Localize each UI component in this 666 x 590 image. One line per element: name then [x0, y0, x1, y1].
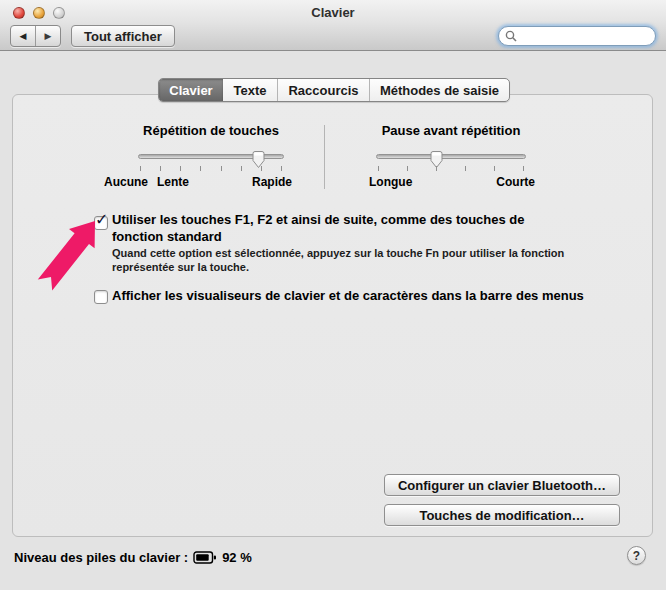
delay-title: Pause avant répétition	[371, 123, 531, 138]
key-repeat-label-lente: Lente	[157, 175, 189, 189]
search-input[interactable]	[521, 28, 645, 44]
tick-mark	[494, 166, 495, 171]
toolbar: ◀ ▶ Tout afficher	[0, 22, 666, 50]
tab-methodes-de-saisie[interactable]: Méthodes de saisie	[369, 79, 509, 101]
viewers-label[interactable]: Afficher les visualiseurs de clavier et …	[112, 287, 584, 304]
key-repeat-title: Répétition de touches	[131, 123, 291, 138]
delay-label-longue: Longue	[369, 175, 412, 189]
tick-mark	[241, 166, 242, 171]
modifier-keys-button[interactable]: Touches de modification…	[384, 504, 620, 526]
battery-status: Niveau des piles du clavier : 92 %	[14, 550, 252, 565]
fn-keys-help-text: Quand cette option est sélectionnée, app…	[112, 246, 592, 274]
search-icon	[505, 30, 517, 42]
battery-percent: 92 %	[222, 550, 252, 565]
tick-mark	[180, 166, 181, 171]
tick-mark	[261, 166, 262, 171]
configure-bluetooth-keyboard-button[interactable]: Configurer un clavier Bluetooth…	[384, 474, 620, 496]
tick-mark	[160, 166, 161, 171]
keyboard-pane: Répétition de touches Aucune Lente Rapid…	[12, 94, 653, 537]
battery-icon	[193, 551, 217, 564]
back-button[interactable]: ◀	[11, 26, 36, 46]
tick-mark	[221, 166, 222, 171]
question-mark-icon: ?	[633, 549, 640, 563]
tick-mark	[465, 166, 466, 171]
window-title: Clavier	[0, 5, 666, 20]
tick-mark	[140, 166, 141, 171]
footer: Niveau des piles du clavier : 92 % ?	[0, 544, 666, 590]
fn-keys-label[interactable]: Utiliser les touches F1, F2 et ainsi de …	[112, 211, 547, 245]
key-repeat-label-rapide: Rapide	[252, 175, 292, 189]
delay-ticks	[378, 166, 524, 171]
help-button[interactable]: ?	[627, 546, 646, 565]
delay-slider[interactable]	[376, 154, 526, 159]
slider-divider	[324, 125, 325, 189]
key-repeat-label-aucune: Aucune	[104, 175, 148, 189]
delay-label-courte: Courte	[496, 175, 535, 189]
tick-mark	[281, 166, 282, 171]
tab-bar: Clavier Texte Raccourcis Méthodes de sai…	[158, 78, 510, 102]
annotation-arrow	[33, 215, 103, 295]
tab-clavier[interactable]: Clavier	[159, 79, 223, 101]
tick-mark	[200, 166, 201, 171]
delay-labels: Longue Courte	[369, 175, 535, 189]
back-icon: ◀	[20, 31, 27, 41]
tick-mark	[523, 166, 524, 171]
window-chrome: Clavier ◀ ▶ Tout afficher	[0, 0, 666, 51]
key-repeat-slider[interactable]	[138, 154, 284, 159]
titlebar: Clavier	[0, 0, 666, 22]
search-field[interactable]	[498, 26, 656, 46]
tick-mark	[378, 166, 379, 171]
tab-raccourcis[interactable]: Raccourcis	[277, 79, 369, 101]
tick-mark	[407, 166, 408, 171]
battery-label: Niveau des piles du clavier :	[14, 550, 188, 565]
forward-button[interactable]: ▶	[36, 26, 60, 46]
forward-icon: ▶	[45, 31, 52, 41]
show-all-button[interactable]: Tout afficher	[71, 25, 175, 47]
key-repeat-labels: Aucune Lente Rapide	[104, 175, 292, 189]
tab-texte[interactable]: Texte	[223, 79, 277, 101]
tick-mark	[436, 166, 437, 171]
key-repeat-ticks	[140, 166, 282, 171]
history-nav: ◀ ▶	[10, 25, 61, 47]
